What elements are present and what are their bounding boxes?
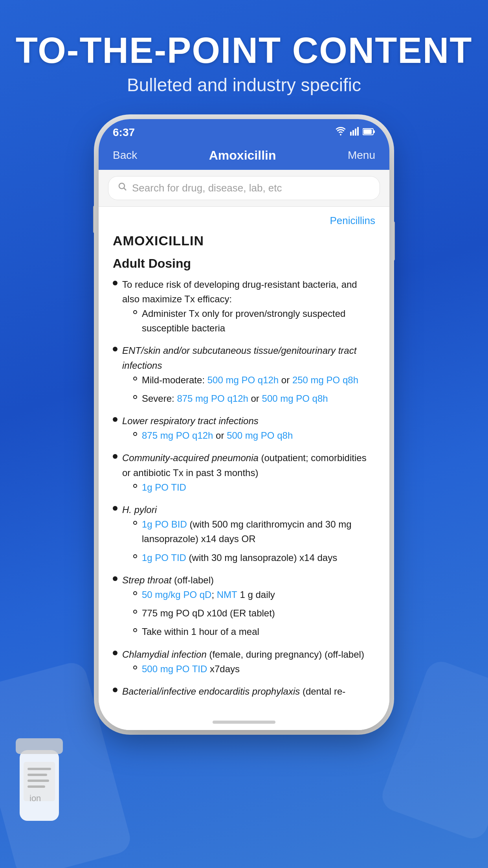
sub-bullet [133, 377, 137, 381]
list-item: Chlamydial infection (female, during pre… [113, 647, 375, 680]
drug-name: AMOXICILLIN [113, 233, 375, 248]
dosage-link[interactable]: 500 mg PO q12h [207, 375, 279, 385]
svg-rect-13 [28, 774, 47, 776]
bullet-dot [113, 454, 117, 459]
phone-frame: 6:37 [99, 119, 389, 730]
list-item: 1g PO TID (with 30 mg lansoprazole) x14 … [133, 550, 375, 565]
list-item: 775 mg PO qD x10d (ER tablet) [133, 606, 375, 620]
sub-bullet [133, 610, 137, 614]
bullet-text: To reduce risk of developing drug-resist… [122, 279, 357, 304]
hero-section: TO-THE-POINT CONTENT Bulleted and indust… [0, 0, 488, 96]
wifi-icon [335, 127, 346, 138]
svg-point-7 [119, 183, 125, 189]
sub-bullet [133, 521, 137, 525]
search-bar[interactable]: Search for drug, disease, lab, etc [108, 176, 380, 200]
dosage-link[interactable]: 875 mg PO q12h [177, 393, 248, 404]
svg-text:ion: ion [29, 793, 41, 803]
content-area: Penicillins AMOXICILLIN Adult Dosing To … [99, 207, 389, 715]
svg-line-8 [124, 188, 127, 191]
dosage-link[interactable]: 1g PO BID [142, 519, 187, 530]
list-item: 875 mg PO q12h or 500 mg PO q8h [133, 428, 375, 443]
list-item: Mild-moderate: 500 mg PO q12h or 250 mg … [133, 373, 375, 387]
pill-bottle-decoration: ion [8, 719, 71, 829]
list-item: To reduce risk of developing drug-resist… [113, 277, 375, 340]
svg-rect-14 [28, 780, 49, 782]
phone-container: 6:37 [99, 119, 389, 730]
status-icons [335, 127, 375, 138]
svg-rect-0 [350, 132, 352, 136]
back-button[interactable]: Back [113, 149, 137, 162]
search-container: Search for drug, disease, lab, etc [99, 170, 389, 207]
list-item: Lower respiratory tract infections 875 m… [113, 414, 375, 447]
svg-rect-10 [16, 738, 63, 754]
sub-bullet [133, 628, 137, 632]
status-bar: 6:37 [99, 119, 389, 143]
bullet-text-italic: Bacterial/infective endocarditis prophyl… [122, 686, 300, 697]
phone-home-indicator [99, 714, 389, 730]
dosage-link[interactable]: 500 mg PO q8h [262, 393, 328, 404]
dosage-link[interactable]: 1g PO TID [142, 482, 186, 493]
section-title: Adult Dosing [113, 256, 375, 271]
sub-bullet [133, 310, 137, 314]
signal-icon [350, 127, 359, 138]
phone-volume-button [93, 206, 99, 233]
nav-title: Amoxicillin [209, 148, 276, 163]
content-list: To reduce risk of developing drug-resist… [113, 277, 375, 699]
svg-rect-12 [28, 768, 51, 770]
status-time: 6:37 [113, 126, 135, 139]
battery-icon [363, 127, 375, 138]
bullet-text-italic: Community-acquired pneumonia [122, 452, 259, 463]
dosage-link[interactable]: 875 mg PO q12h [142, 430, 213, 441]
svg-rect-2 [355, 129, 356, 136]
list-item: H. pylori 1g PO BID (with 500 mg clarith… [113, 502, 375, 569]
hero-title: TO-THE-POINT CONTENT [0, 31, 488, 70]
sub-bullet [133, 554, 137, 558]
search-input[interactable]: Search for drug, disease, lab, etc [132, 182, 282, 194]
list-item: Take within 1 hour of a meal [133, 624, 375, 639]
dosage-link[interactable]: 1g PO TID [142, 552, 186, 563]
bullet-text-italic: H. pylori [122, 504, 157, 515]
list-item: 1g PO BID (with 500 mg clarithromycin an… [133, 517, 375, 546]
sub-bullet [133, 484, 137, 488]
dosage-link[interactable]: 250 mg PO q8h [292, 375, 358, 385]
svg-rect-1 [352, 130, 354, 136]
bullet-text-italic: Chlamydial infection [122, 649, 207, 660]
list-item: Community-acquired pneumonia (outpatient… [113, 451, 375, 498]
bullet-text-italic: ENT/skin and/or subcutaneous tissue/geni… [122, 345, 356, 370]
bullet-dot [113, 506, 117, 511]
sub-bullet [133, 432, 137, 436]
list-item: 500 mg PO TID x7days [133, 662, 375, 676]
bullet-dot [113, 417, 117, 422]
sub-bullet [133, 666, 137, 669]
hero-subtitle: Bulleted and industry specific [0, 74, 488, 96]
list-item: Administer Tx only for proven/strongly s… [133, 306, 375, 335]
svg-rect-6 [374, 130, 375, 133]
category-link[interactable]: Penicillins [113, 215, 375, 227]
bullet-text-italic: Strep throat [122, 575, 171, 585]
dosage-link[interactable]: NMT [217, 589, 237, 600]
bullet-dot [113, 347, 117, 351]
list-item: Severe: 875 mg PO q12h or 500 mg PO q8h [133, 391, 375, 406]
nav-bar: Back Amoxicillin Menu [99, 143, 389, 170]
svg-rect-3 [357, 127, 359, 136]
svg-rect-5 [363, 129, 372, 134]
list-item: Bacterial/infective endocarditis prophyl… [113, 684, 375, 699]
list-item: 50 mg/kg PO qD; NMT 1 g daily [133, 587, 375, 602]
home-bar [213, 721, 275, 724]
bullet-dot [113, 688, 117, 692]
list-item: 1g PO TID [133, 480, 375, 495]
dosage-link[interactable]: 500 mg PO q8h [227, 430, 293, 441]
bullet-dot [113, 651, 117, 655]
bullet-text-italic: Lower respiratory tract infections [122, 416, 259, 426]
list-item: ENT/skin and/or subcutaneous tissue/geni… [113, 343, 375, 410]
sub-bullet [133, 591, 137, 595]
dosage-link[interactable]: 50 mg/kg PO qD [142, 589, 211, 600]
bullet-dot [113, 576, 117, 581]
phone-power-button [389, 221, 395, 261]
sub-bullet [133, 395, 137, 399]
menu-button[interactable]: Menu [348, 149, 375, 162]
svg-rect-15 [28, 785, 45, 788]
dosage-link[interactable]: 500 mg PO TID [142, 664, 207, 674]
bullet-dot [113, 281, 117, 285]
phone-mockup: 6:37 [0, 119, 488, 730]
